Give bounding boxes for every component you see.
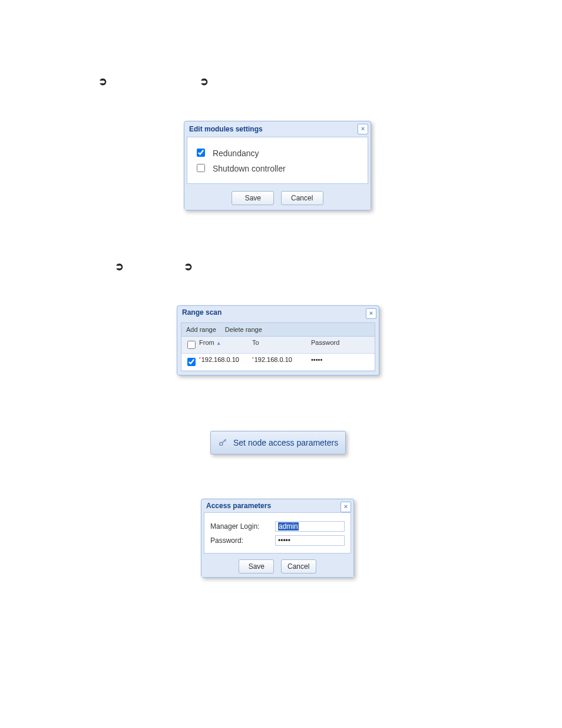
dialog-title-text: Range scan [182, 308, 222, 317]
key-icon [218, 438, 227, 447]
add-range-button[interactable]: Add range [186, 326, 216, 333]
password-row: Password: ••••• [210, 535, 345, 546]
dialog-title: Edit modules settings × [184, 121, 371, 137]
delete-range-button[interactable]: Delete range [225, 326, 262, 333]
cell-value: 192.168.0.10 [201, 356, 239, 363]
shutdown-checkbox[interactable] [197, 164, 205, 172]
range-scan-dialog: Range scan × Add range Delete range From… [177, 305, 379, 375]
table-row[interactable]: ′192.168.0.10 ′192.168.0.10 ••••• [181, 354, 375, 371]
option-shutdown-controller[interactable]: Shutdown controller [194, 162, 361, 174]
option-label: Shutdown controller [213, 164, 286, 173]
range-scan-toolbar: Add range Delete range [181, 322, 375, 337]
header-checkbox[interactable] [181, 337, 196, 353]
dialog-footer: Save Cancel [201, 556, 353, 577]
grid-header: From▲ To Password [181, 337, 375, 354]
login-field[interactable]: admin [275, 521, 345, 532]
cancel-button[interactable]: Cancel [281, 191, 323, 205]
dirty-marker-icon: ′ [252, 356, 254, 363]
edit-modules-dialog: Edit modules settings × Redundancy Shutd… [184, 121, 371, 210]
arrow-right-icon: ➲ [199, 77, 209, 86]
sort-asc-icon: ▲ [216, 340, 222, 346]
select-all-checkbox[interactable] [187, 341, 196, 349]
dialog-title: Range scan × [177, 306, 379, 319]
dialog-footer: Save Cancel [184, 186, 371, 210]
save-button[interactable]: Save [239, 559, 274, 574]
access-parameters-dialog: Access parameters × Manager Login: admin… [201, 499, 354, 578]
column-to[interactable]: To [249, 337, 308, 353]
dialog-body: Manager Login: admin Password: ••••• [204, 512, 351, 554]
close-icon[interactable]: × [366, 308, 376, 319]
cell-password[interactable]: ••••• [308, 354, 375, 370]
set-node-access-parameters-button[interactable]: Set node access parameters [210, 431, 346, 454]
dialog-title-text: Edit modules settings [189, 125, 263, 133]
svg-point-0 [220, 442, 223, 445]
dialog-title-text: Access parameters [206, 502, 271, 510]
login-value-selected: admin [278, 522, 299, 531]
cell-value: ••••• [311, 356, 322, 363]
column-from[interactable]: From▲ [196, 337, 249, 353]
arrow-right-icon: ➲ [183, 262, 193, 271]
row-checkbox[interactable] [187, 358, 196, 366]
option-label: Redundancy [213, 149, 259, 158]
login-row: Manager Login: admin [210, 521, 345, 532]
password-label: Password: [210, 536, 275, 545]
close-icon[interactable]: × [340, 502, 351, 512]
dialog-body: Redundancy Shutdown controller [187, 137, 368, 184]
arrow-right-icon: ➲ [98, 77, 107, 86]
cell-from[interactable]: ′192.168.0.10 [196, 354, 249, 370]
button-label: Set node access parameters [233, 438, 338, 447]
password-field[interactable]: ••••• [275, 535, 345, 546]
close-icon[interactable]: × [358, 124, 368, 134]
password-value: ••••• [278, 536, 290, 545]
arrow-right-icon: ➲ [114, 262, 124, 271]
cell-to[interactable]: ′192.168.0.10 [249, 354, 308, 370]
cancel-button[interactable]: Cancel [281, 559, 316, 574]
save-button[interactable]: Save [232, 191, 274, 205]
range-scan-grid: From▲ To Password ′192.168.0.10 ′192.168… [181, 337, 375, 371]
dirty-marker-icon: ′ [199, 356, 201, 363]
column-password[interactable]: Password [308, 337, 375, 353]
cell-value: 192.168.0.10 [254, 356, 292, 363]
redundancy-checkbox[interactable] [197, 149, 205, 157]
option-redundancy[interactable]: Redundancy [194, 147, 361, 159]
column-label: From [199, 339, 214, 346]
dialog-title: Access parameters × [201, 499, 353, 512]
login-label: Manager Login: [210, 522, 275, 531]
